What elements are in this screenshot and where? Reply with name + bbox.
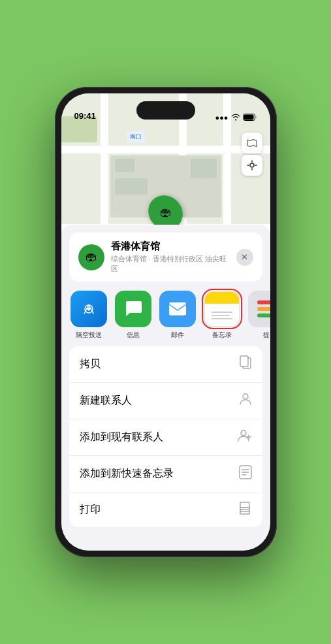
action-print-label: 打印	[80, 503, 101, 517]
action-add-existing-contact[interactable]: 添加到现有联系人	[69, 419, 262, 456]
svg-point-2	[250, 163, 254, 167]
more-label: 提	[263, 330, 270, 340]
action-copy-label: 拷贝	[80, 357, 101, 371]
action-new-contact-label: 新建联系人	[80, 394, 132, 408]
svg-rect-7	[240, 356, 248, 366]
person-icon	[239, 392, 252, 410]
svg-rect-1	[244, 114, 253, 120]
wifi-icon	[231, 113, 240, 122]
close-button[interactable]: ✕	[236, 249, 253, 266]
airdrop-label: 隔空投送	[76, 330, 102, 340]
action-copy[interactable]: 拷贝	[69, 346, 262, 383]
more-dot-2	[257, 307, 270, 311]
svg-point-8	[243, 394, 248, 399]
notes-lines	[208, 298, 236, 319]
battery-icon	[243, 114, 257, 122]
mail-label: 邮件	[171, 330, 184, 340]
location-card-title: 香港体育馆	[111, 240, 230, 253]
more-dots	[257, 300, 270, 317]
location-card: 🏟 香港体育馆 综合体育馆 · 香港特别行政区 油尖旺区 ✕	[69, 233, 262, 282]
notes-label: 备忘录	[212, 330, 232, 340]
copy-icon	[239, 355, 252, 373]
more-dot-1	[257, 300, 270, 304]
messages-label: 信息	[127, 330, 140, 340]
svg-rect-5	[169, 302, 186, 315]
action-list: 拷贝 新建联系人	[69, 346, 262, 527]
status-icons: ●●●	[215, 113, 257, 122]
status-time: 09:41	[74, 111, 96, 122]
action-new-contact[interactable]: 新建联系人	[69, 383, 262, 419]
svg-point-4	[87, 308, 90, 311]
action-add-quick-note[interactable]: 添加到新快速备忘录	[69, 456, 262, 492]
map-controls	[242, 133, 262, 176]
share-item-more[interactable]: 提	[247, 291, 270, 340]
share-item-airdrop[interactable]: 隔空投送	[69, 291, 108, 340]
location-card-icon: 🏟	[78, 244, 104, 270]
phone-screen: 09:41 ●●●	[61, 93, 270, 551]
messages-icon-wrap	[115, 291, 151, 327]
location-button[interactable]	[242, 155, 262, 176]
dynamic-island	[136, 101, 195, 120]
share-item-notes[interactable]: 备忘录	[202, 291, 242, 340]
more-icon-wrap	[248, 291, 270, 327]
more-dot-3	[257, 314, 270, 317]
notes-line-1	[212, 312, 232, 313]
map-station-label: 南口	[127, 131, 145, 142]
action-print[interactable]: 打印	[69, 492, 262, 527]
airdrop-icon-wrap	[71, 291, 107, 327]
phone-frame: 09:41 ●●●	[55, 87, 277, 557]
share-item-mail[interactable]: 邮件	[158, 291, 197, 340]
notes-line-3	[212, 318, 232, 319]
signal-icon: ●●●	[215, 114, 229, 121]
svg-point-9	[241, 430, 246, 436]
map-type-button[interactable]	[242, 133, 262, 153]
bottom-sheet: 🏟 香港体育馆 综合体育馆 · 香港特别行政区 油尖旺区 ✕	[61, 225, 270, 551]
share-item-messages[interactable]: 信息	[114, 291, 153, 340]
share-row: 隔空投送 信息	[61, 285, 270, 342]
person-add-icon	[238, 428, 252, 446]
location-card-subtitle: 综合体育馆 · 香港特别行政区 油尖旺区	[111, 254, 230, 274]
svg-rect-11	[240, 502, 249, 507]
pin-inner-icon: 🏟	[160, 206, 172, 219]
location-card-text: 香港体育馆 综合体育馆 · 香港特别行政区 油尖旺区	[111, 240, 230, 274]
notes-line-2	[212, 315, 230, 316]
note-icon	[239, 465, 252, 483]
action-add-quick-note-label: 添加到新快速备忘录	[80, 467, 174, 481]
print-icon	[238, 502, 252, 518]
notes-icon-wrap	[204, 291, 240, 327]
action-add-existing-label: 添加到现有联系人	[80, 430, 163, 444]
mail-icon-wrap	[159, 291, 196, 327]
